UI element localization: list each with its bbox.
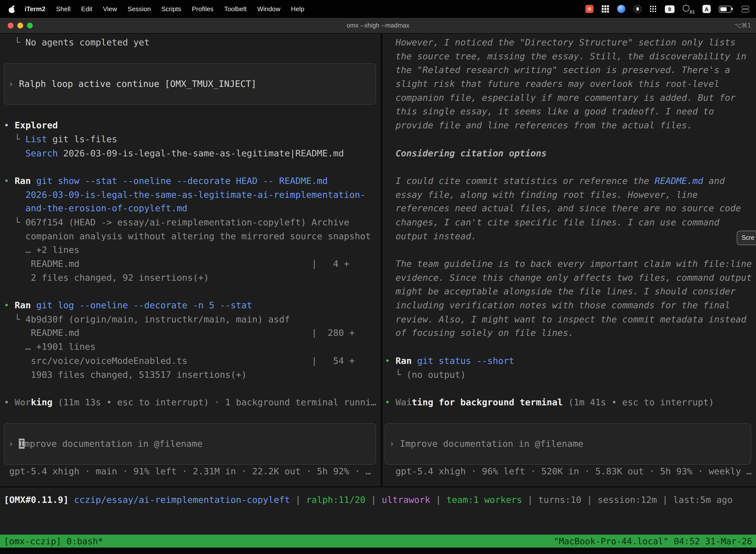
text-segment: Ralph loop active continue [OMX_TMUX_INJ… bbox=[19, 79, 256, 89]
text-segment: However, I noticed the "Directory Struct… bbox=[385, 37, 736, 47]
tmux-session-window[interactable]: [omx-cczip] 0:bash* bbox=[4, 535, 103, 548]
text-segment: src/voice/voiceModeEnabled.ts | 54 + bbox=[4, 355, 355, 366]
text-segment: • bbox=[4, 397, 15, 407]
screen: iTerm2 Shell Edit View Session Scripts P… bbox=[0, 0, 756, 554]
terminal-line: └ 4b9d30f (origin/main, instructkr/main,… bbox=[4, 313, 381, 326]
text-segment: • bbox=[385, 355, 396, 366]
terminal-line: 2 files changed, 92 insertions(+) bbox=[4, 271, 381, 285]
terminal-line: this single essay, it seems like a good … bbox=[385, 105, 756, 119]
dots-grid-icon[interactable] bbox=[650, 5, 656, 12]
text-segment: [OMX#0.11.9] bbox=[4, 494, 69, 505]
text-segment: might be acceptable alongside the file l… bbox=[385, 286, 736, 296]
terminal-line bbox=[385, 132, 756, 147]
menu-item-window[interactable]: Window bbox=[252, 5, 286, 12]
prompt-input-box[interactable]: › Improve documentation in @filename bbox=[385, 423, 751, 465]
terminal-line: • Explored bbox=[4, 119, 381, 133]
text-segment: changes, I can't cite specific file line… bbox=[385, 217, 719, 227]
text-segment: (1m 41s • esc to interrupt) bbox=[563, 397, 714, 407]
text-segment: this single essay, it seems like a good … bbox=[385, 107, 714, 117]
text-segment bbox=[69, 494, 74, 505]
menu-item-shell[interactable]: Shell bbox=[51, 5, 76, 12]
menu-item-profiles[interactable]: Profiles bbox=[187, 5, 219, 12]
terminal-line: The team guideline is to back every impo… bbox=[385, 257, 756, 271]
apple-menu-icon[interactable] bbox=[9, 5, 15, 13]
text-segment: └ 4b9d30f (origin/main, instructkr/main,… bbox=[4, 314, 290, 324]
menu-item-edit[interactable]: Edit bbox=[76, 5, 98, 12]
terminal-line: └ 067f154 (HEAD -> essay/ai-reimplementa… bbox=[4, 216, 381, 230]
battery-icon[interactable] bbox=[719, 6, 733, 12]
screenshot-toast[interactable]: Scre bbox=[737, 231, 756, 245]
terminal-line: and-the-erosion-of-copyleft.md bbox=[4, 202, 381, 216]
text-segment: The team guideline is to back every impo… bbox=[385, 259, 752, 269]
text-segment: | bbox=[657, 494, 673, 505]
terminal-line bbox=[4, 285, 381, 299]
text-segment: Ran bbox=[396, 355, 412, 366]
right-terminal-pane[interactable]: However, I noticed the "Directory Struct… bbox=[382, 34, 756, 486]
gauge-icon[interactable]: .61 bbox=[683, 4, 694, 13]
dark-app-icon[interactable] bbox=[633, 5, 642, 13]
menu-item-app[interactable]: iTerm2 bbox=[19, 5, 51, 12]
text-segment: I bbox=[19, 439, 24, 449]
menu-item-help[interactable]: Help bbox=[286, 5, 310, 12]
text-segment: (11m 13s • esc to interrupt) · 1 backgro… bbox=[52, 397, 376, 407]
terminal-line: └ No agents completed yet bbox=[4, 36, 381, 50]
terminal-line bbox=[4, 409, 381, 424]
window-title: omx --xhigh --madmax bbox=[0, 18, 756, 33]
text-segment: git show --stat --oneline --decorate HEA… bbox=[31, 175, 328, 186]
terminal-line bbox=[385, 160, 756, 174]
text-segment: and bbox=[703, 175, 725, 186]
text-segment: | bbox=[581, 494, 597, 505]
text-segment: session:12m bbox=[597, 494, 657, 505]
text-segment: git status --short bbox=[412, 355, 514, 366]
text-segment: … +1901 lines bbox=[4, 342, 96, 352]
terminal-line: README.md | 280 + bbox=[4, 326, 381, 340]
terminal-line: the "Related research writing" section i… bbox=[385, 63, 756, 77]
menu-item-view[interactable]: View bbox=[98, 5, 122, 12]
menu-item-toolbelt[interactable]: Toolbelt bbox=[219, 5, 252, 12]
terminal-line: However, I noticed the "Directory Struct… bbox=[385, 36, 756, 50]
terminal-line bbox=[385, 409, 756, 424]
text-segment: companion analysis without altering the … bbox=[4, 231, 371, 241]
bottom-strip bbox=[0, 548, 756, 554]
input-source-icon[interactable]: A bbox=[702, 5, 711, 13]
text-segment bbox=[4, 148, 25, 158]
text-segment: | bbox=[522, 494, 538, 505]
window-title-bar: omx --xhigh --madmax ⌥⌘1 bbox=[0, 18, 756, 34]
terminal-line: › Ralph loop active continue [OMX_TMUX_I… bbox=[8, 77, 256, 91]
menu-item-session[interactable]: Session bbox=[122, 5, 156, 12]
text-segment: | bbox=[290, 494, 306, 505]
phone-8-icon[interactable]: 8 bbox=[665, 5, 675, 13]
text-segment: and-the-erosion-of-copyleft.md bbox=[4, 203, 188, 214]
terminal-line: … +1901 lines bbox=[4, 340, 381, 354]
menu-item-scripts[interactable]: Scripts bbox=[156, 5, 187, 12]
left-terminal-pane[interactable]: └ No agents completed yet› Ralph loop ac… bbox=[0, 34, 381, 486]
text-segment: team:1 workers bbox=[446, 494, 522, 505]
recording-indicator-icon[interactable] bbox=[585, 5, 593, 13]
terminal-line: companion analysis without altering the … bbox=[4, 230, 381, 243]
text-segment: references need actual files, and since … bbox=[385, 203, 741, 214]
prompt-input-box[interactable]: › Improve documentation in @filename bbox=[4, 423, 376, 465]
text-segment: 1903 files changed, 513517 insertions(+) bbox=[4, 369, 247, 380]
terminal-area: └ No agents completed yet› Ralph loop ac… bbox=[0, 34, 756, 554]
text-segment: mprove documentation in @filename bbox=[24, 439, 202, 449]
terminal-line: • Ran git show --stat --oneline --decora… bbox=[4, 174, 381, 188]
terminal-line: changes, I can't cite specific file line… bbox=[385, 216, 756, 230]
terminal-line: └ (no output) bbox=[385, 368, 756, 382]
terminal-line bbox=[4, 105, 381, 119]
text-segment: … +2 lines bbox=[4, 245, 80, 255]
text-segment: I could cite commit statistics or refere… bbox=[385, 175, 654, 186]
terminal-line bbox=[385, 243, 756, 257]
terminal-line: src/voice/voiceModeEnabled.ts | 54 + bbox=[4, 354, 381, 368]
text-segment: git ls-files bbox=[47, 134, 117, 144]
control-center-icon[interactable] bbox=[742, 5, 749, 12]
terminal-line: gpt-5.4 xhigh · main · 91% left · 2.31M … bbox=[4, 465, 381, 479]
terminal-line: • Ran git log --oneline --decorate -n 5 … bbox=[4, 298, 381, 313]
text-segment: › bbox=[8, 79, 19, 89]
terminal-line: output instead. bbox=[385, 230, 756, 243]
terminal-line: README.md | 4 + bbox=[4, 257, 381, 271]
blue-app-icon[interactable] bbox=[617, 5, 625, 13]
text-segment: | bbox=[430, 494, 446, 505]
text-segment: ting for background terminal bbox=[412, 397, 563, 407]
grid-icon[interactable] bbox=[602, 5, 609, 12]
text-segment: Search bbox=[25, 148, 58, 158]
